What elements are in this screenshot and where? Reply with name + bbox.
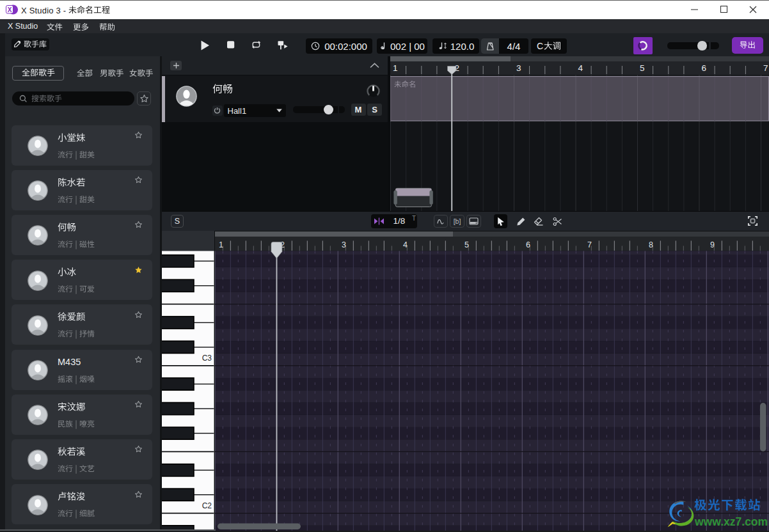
svg-text:C2: C2 bbox=[202, 501, 212, 510]
svg-text:X: X bbox=[8, 6, 12, 13]
svg-text:3: 3 bbox=[342, 240, 346, 249]
svg-text:8: 8 bbox=[649, 240, 653, 249]
svg-text:4: 4 bbox=[403, 240, 408, 249]
svg-text:5: 5 bbox=[640, 63, 645, 73]
svg-text:6: 6 bbox=[702, 63, 707, 73]
svg-text:1: 1 bbox=[393, 63, 398, 73]
svg-text:1: 1 bbox=[219, 240, 223, 249]
svg-text:5: 5 bbox=[464, 240, 469, 249]
svg-text:7: 7 bbox=[763, 63, 768, 73]
svg-text:3: 3 bbox=[516, 63, 521, 73]
svg-text:4: 4 bbox=[578, 63, 583, 73]
svg-text:9: 9 bbox=[710, 240, 715, 249]
svg-text:7: 7 bbox=[587, 240, 592, 249]
svg-text:C3: C3 bbox=[202, 354, 212, 363]
svg-text:6: 6 bbox=[526, 240, 530, 249]
